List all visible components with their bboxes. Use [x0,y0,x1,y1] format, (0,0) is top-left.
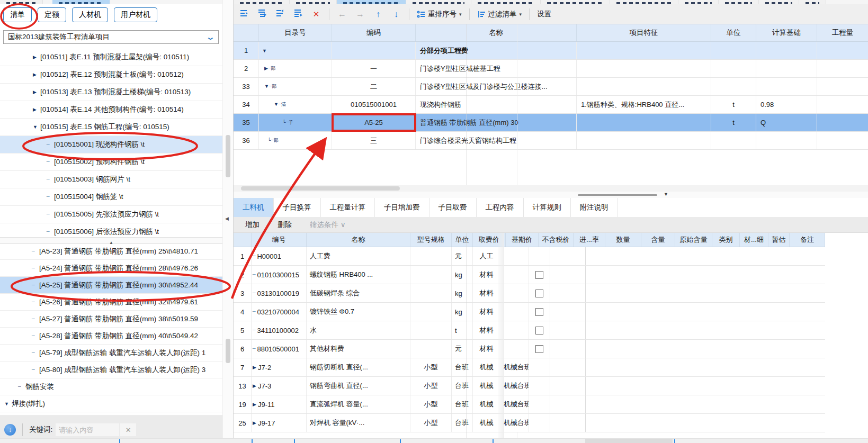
scroll-down-circle-icon[interactable]: ↓ [4,424,16,436]
tree-item[interactable]: ▶[010514] 表E.14 其他预制构件(编号: 010514) [0,101,222,119]
tree-item[interactable]: ┄[A5-23] 普通钢筋 带肋钢筋 直径(mm) 25\t\4810.71 [0,243,222,260]
tab-stub[interactable] [799,0,826,4]
checkbox-unchecked[interactable] [535,290,543,297]
tab-zimuhuansuan[interactable]: 子目换算 [274,198,321,217]
insert-row-icon[interactable] [239,9,249,19]
tab-stub[interactable] [678,0,719,4]
splitter-handle[interactable] [578,194,657,196]
dinge-button[interactable]: 定额 [38,7,66,22]
scrollbar-thumb[interactable] [241,186,400,191]
outdent-row-icon[interactable] [275,9,285,19]
table-row[interactable]: 36└┄部三门诊综合楼采光天窗钢结构工程- [234,132,868,150]
checkbox-unchecked[interactable] [535,327,543,334]
table-row[interactable]: 1▼分部分项工程费- [234,42,868,60]
tab-zimuqufei[interactable]: 子目取费 [429,198,477,217]
tab-stub[interactable] [290,0,337,4]
table-row[interactable]: 25▶J9-17对焊机 容量(kV·...小型台班30.9130.930.90.… [234,414,825,432]
tree-item[interactable]: ┄[A5-26] 普通钢筋 带肋钢筋 直径(mm) 32\t\4979.61 [0,294,222,311]
tree-item[interactable]: ┄[010515002] 预制构件钢筋 \t [0,153,222,171]
filter-condition-button[interactable]: 筛选条件 ∨ [310,220,346,230]
table-row[interactable]: 2┄01010300015螺纹钢筋 HRB400 ...kg4.124.124.… [234,266,825,284]
tab-gongliaoji[interactable]: 工料机 [234,198,274,217]
back-arrow-icon[interactable]: ← [337,10,347,19]
tree-item[interactable]: ┄[A5-79] 成型钢筋运输 载重汽车运输人装人卸(运距) 1 [0,345,222,361]
forward-arrow-icon[interactable]: → [355,10,365,19]
tab-stub[interactable] [759,0,799,4]
tab-stub[interactable] [0,0,43,4]
tree-expand-icon[interactable]: ▶ [33,89,40,95]
table-row[interactable]: 2▶┄部一门诊楼Y型柱区域桩基工程- [234,60,868,78]
checkbox-unchecked[interactable] [535,345,543,353]
table-row[interactable]: 4┄03210700004镀锌铁丝 Φ0.7kg5.355.355.3512.9… [234,303,825,321]
table-row[interactable]: 7▶J7-2钢筋切断机 直径(...小型台班47.7947.7947.790.0… [234,358,825,377]
qingdan-button[interactable]: 清单 [3,7,32,22]
table-row[interactable]: 13▶J7-3钢筋弯曲机 直径(...小型台班29.2429.2429.240.… [234,377,825,395]
table-row[interactable]: 34▼┄清010515001001现浇构件钢筋1.钢筋种类、规格:HRB400 … [234,96,868,114]
tree-collapse-icon[interactable]: ▼ [4,401,12,406]
tab-jisuanguize[interactable]: 计算规则 [524,198,571,217]
rencaiji-button[interactable]: 人材机 [72,7,108,22]
table-row[interactable]: 5┄34110100002水t4.394.394.3330.1180.120.1… [234,321,825,340]
tree-expand-icon[interactable]: ▶ [253,402,256,407]
collapse-left-icon[interactable]: ◀ [225,216,229,221]
tree-item[interactable]: ┄[010515005] 先张法预应力钢筋 \t [0,206,222,223]
user-material-button[interactable]: 用户材机 [114,7,157,22]
tree-expand-icon[interactable]: ▶ [253,365,256,370]
keyword-input[interactable] [56,423,119,436]
tree-expand-icon[interactable]: ▶ [33,72,40,77]
tab-stub[interactable] [719,0,759,4]
standard-dropdown[interactable]: 国标2013建筑装饰工程清单项目 ⌄ [3,30,219,44]
tab-fuzhushuoming[interactable]: 附注说明 [571,198,618,217]
reorder-button[interactable]: 重排序号 ▾ [417,10,462,19]
scrollbar-thumb[interactable] [226,339,230,363]
move-up-icon[interactable]: ↑ [373,10,383,19]
delete-button[interactable]: 删除 [278,220,292,230]
tree-collapse-icon[interactable]: ▼ [33,124,40,130]
tree-item[interactable]: ▼[010515] 表E.15 钢筋工程(编号: 010515) [0,119,222,136]
table-row[interactable]: 33▼┄部二门诊楼Y型柱区域及门诊楼与公卫楼连接...- [234,78,868,96]
tree-item[interactable]: ┄[010515003] 钢筋网片 \t [0,171,222,188]
checkbox-unchecked[interactable] [535,308,543,316]
tree-item[interactable]: ▶[010513] 表E.13 预制混凝土楼梯(编号: 010513) [0,84,222,101]
move-down-icon[interactable]: ↓ [391,10,401,19]
tab-stub-active[interactable] [337,0,406,4]
table-row[interactable]: 1┄H00001人工费元111455.98465.29465.29人工 [234,247,825,266]
tree-item[interactable]: ┄[A5-80] 成型钢筋运输 载重汽车运输人装人卸(运距) 3 [0,361,222,378]
table-row[interactable]: 6┄88010500001其他材料费元11112.95126.43129.011… [234,340,825,358]
table-row[interactable]: 3┄03130100019低碳钢焊条 综合kg6.026.02612.9511.… [234,284,825,303]
tree-item[interactable]: ┄钢筋安装 [0,378,222,395]
tab-stub[interactable] [610,0,678,4]
tab-stub[interactable] [541,0,610,4]
tab-gongchengliang[interactable]: 工程量计算 [321,198,375,217]
table-row[interactable]: 35└┄子A5-25普通钢筋 带肋钢筋 直径(mm) 30tQ0.98 [234,114,868,132]
tree-item[interactable]: ┄[010515004] 钢筋笼 \t [0,188,222,206]
tree-item[interactable]: ┄[010515001] 现浇构件钢筋 \t [0,136,222,153]
filter-list-button[interactable]: 过滤清单 ▾ [477,10,522,19]
tab-stub[interactable] [406,0,471,4]
tree-expand-icon[interactable]: ▶ [33,55,40,60]
scrollbar-thumb[interactable] [226,135,230,177]
tree-expand-icon[interactable]: ▶ [253,420,256,426]
add-button[interactable]: 增加 [245,220,259,230]
insert-child-icon[interactable] [257,9,267,19]
tree-item[interactable]: ┄[A5-24] 普通钢筋 带肋钢筋 直径(mm) 28\t\4976.26 [0,260,222,277]
tree-item[interactable]: ▼焊接(绑扎) [0,395,222,412]
tree-expand-icon[interactable]: ▶ [33,107,40,112]
tab-stub-active[interactable] [52,0,110,4]
tab-stub[interactable] [234,0,290,4]
delete-row-icon[interactable]: ✕ [311,10,321,19]
tree-item[interactable]: ┄[A5-25] 普通钢筋 带肋钢筋 直径(mm) 30\t\4952.44 [0,277,222,294]
tree-item[interactable]: ┄[A5-28] 普通钢筋 带肋钢筋 直径(mm) 40\t\5049.42 [0,328,222,345]
settings-button[interactable]: 设置 [537,10,551,19]
tab-gongchengneirong[interactable]: 工程内容 [477,198,524,217]
tab-stub[interactable] [471,0,541,4]
indent-row-icon[interactable] [293,9,303,19]
tree-item[interactable]: ▶[010511] 表E.11 预制混凝土屋架(编号: 010511) [0,49,222,66]
tree-expand-icon[interactable]: ▶ [253,383,256,388]
checkbox-unchecked[interactable] [535,271,543,279]
clear-search-icon[interactable]: ✕ [120,423,136,436]
tree-item[interactable]: ┄[A5-27] 普通钢筋 带肋钢筋 直径(mm) 38\t\5019.59 [0,311,222,328]
table-row[interactable]: 19▶J9-11直流弧焊机 容量(...小型台班101.82101.82101.… [234,395,825,414]
tree-item[interactable]: ▶[010512] 表E.12 预制混凝土板(编号: 010512) [0,66,222,84]
tab-zimuzengjiafei[interactable]: 子目增加费 [375,198,429,217]
